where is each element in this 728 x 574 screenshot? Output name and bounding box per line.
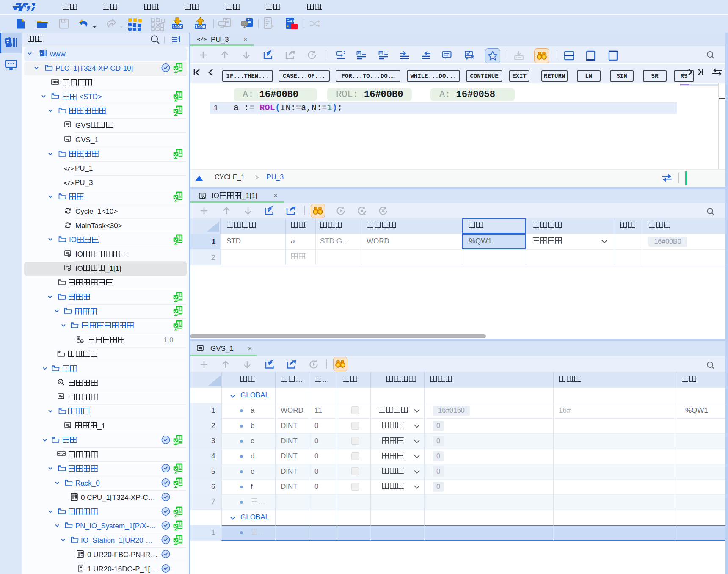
svg-text:11oo: 11oo — [172, 25, 182, 29]
svg-text:11oo: 11oo — [195, 25, 205, 29]
svg-text:10: 10 — [290, 19, 295, 24]
